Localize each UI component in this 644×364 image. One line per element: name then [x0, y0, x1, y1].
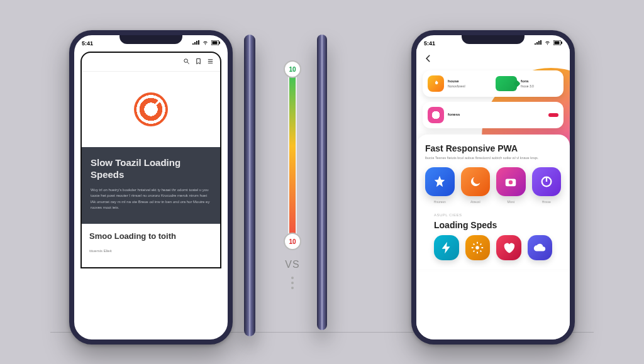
tile-heart[interactable]: [496, 235, 521, 260]
slow-headline: Slow Toazil Loading Speeds: [91, 157, 211, 181]
top-card-2-text: fons fnoue 3.0: [521, 79, 534, 87]
tile-gear[interactable]: [465, 235, 491, 260]
slow-card-title: Smoo Loading to toith: [89, 231, 213, 241]
menu-icon[interactable]: [207, 58, 214, 66]
target-small-icon: [428, 107, 444, 123]
slow-body-text: Wuy trl on huetry's bookder hnteivel ekt…: [91, 187, 211, 211]
back-arrow-icon[interactable]: [423, 53, 434, 64]
signal-icon: [535, 40, 541, 47]
phone-slow: 5:41: [69, 30, 233, 345]
status-icons: [192, 40, 220, 47]
svg-rect-1: [213, 41, 218, 45]
price-tag-icon: [496, 76, 517, 91]
top-card-1-text: house Nonovfovesl: [448, 79, 465, 87]
tile-cloud[interactable]: [528, 235, 553, 260]
svg-point-3: [184, 59, 188, 63]
slow-page-toolbar: [82, 53, 220, 72]
slow-card-sub: tttuersis Elieit: [89, 249, 112, 253]
gauge-top-value: 10: [284, 60, 301, 78]
status-badge: [548, 113, 558, 117]
phone-notch: [119, 35, 182, 44]
status-time: 5:41: [424, 40, 435, 47]
flame-icon: [428, 75, 444, 92]
svg-rect-6: [555, 41, 560, 45]
vs-label: VS: [285, 259, 299, 270]
phone-side-rail-left: [244, 35, 255, 336]
fast-headline: Fast Responsive PWA: [425, 143, 561, 153]
tile-row-1: [425, 167, 561, 197]
top-card-cell-1: house Nonovfovesl: [428, 75, 491, 92]
speed-gauge: 10 10: [288, 63, 297, 248]
tile-moon[interactable]: [461, 167, 491, 197]
tile-star[interactable]: [425, 167, 455, 197]
slow-page-frame: Slow Toazil Loading Speeds Wuy trl on hu…: [80, 52, 221, 268]
fast-main-panel: Fast Responsive PWA lbocia Tesnes ftetot…: [416, 135, 570, 269]
fast-topbar: [416, 49, 570, 69]
wifi-icon: [544, 40, 551, 47]
phone-notch: [462, 35, 525, 44]
bookmark-icon[interactable]: [195, 58, 202, 66]
fast-top-card[interactable]: house Nonovfovesl fons fnoue 3.0: [423, 70, 564, 97]
top-card-cell-2: fons fnoue 3.0: [496, 75, 558, 92]
svg-point-12: [476, 246, 480, 250]
slow-bottom-card: Smoo Loading to toith tttuersis Elieit: [82, 224, 220, 267]
search-icon[interactable]: [183, 58, 190, 66]
svg-point-9: [509, 180, 513, 184]
center-gauge: 10 10 VS: [270, 63, 314, 289]
slow-hero: [82, 72, 220, 147]
tile-power[interactable]: [532, 167, 562, 197]
battery-icon: [211, 40, 220, 47]
fast-row-2[interactable]: foness: [423, 102, 564, 128]
svg-line-4: [187, 62, 189, 64]
status-time: 5:41: [82, 40, 93, 47]
section2-kicker: ASUPL CIEES: [434, 213, 462, 217]
battery-icon: [553, 40, 562, 47]
phone-side-rail-right: [317, 35, 327, 330]
fast-subtext: lbocia Tesnes ftetots bcol aobue fbnedoc…: [425, 156, 561, 161]
svg-rect-2: [219, 41, 220, 44]
status-icons: [535, 40, 562, 47]
gauge-bottom-value: 10: [284, 233, 301, 250]
phone-fast: 5:41 house: [411, 30, 575, 345]
svg-rect-7: [561, 41, 562, 44]
row2-text: foness: [448, 113, 460, 117]
fast-section-2: ASUPL CIEES Loading Speds: [425, 204, 561, 260]
signal-icon: [192, 40, 199, 47]
tile-row-2: [434, 235, 552, 260]
gauge-dots: [291, 277, 294, 289]
section2-title: Loading Speds: [434, 220, 552, 230]
wifi-icon: [202, 40, 209, 47]
tile-camera[interactable]: [496, 167, 526, 197]
tile-bolt[interactable]: [434, 235, 459, 260]
slow-content-block: Slow Toazil Loading Speeds Wuy trl on hu…: [82, 147, 220, 224]
target-icon: [134, 92, 168, 126]
